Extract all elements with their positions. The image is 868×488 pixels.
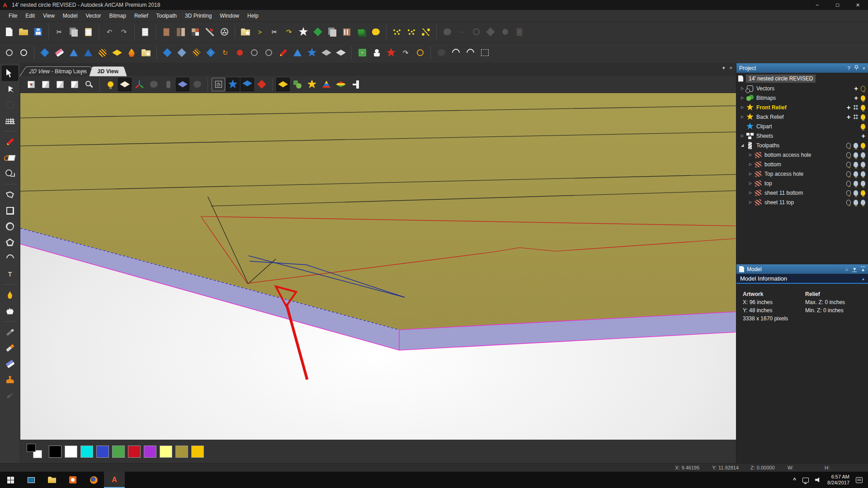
- cost-estimate[interactable]: [326, 26, 339, 38]
- shape-tools[interactable]: [291, 78, 304, 91]
- nesting-circles[interactable]: [391, 26, 403, 38]
- tree-item-bottom-access-hole[interactable]: ▷bottom access hole: [736, 150, 868, 160]
- texture-flower[interactable]: [297, 26, 310, 38]
- clock[interactable]: 6:57 AM 8/24/2017: [827, 474, 849, 486]
- close-panel-icon[interactable]: ×: [863, 66, 865, 71]
- office-app[interactable]: [62, 472, 83, 488]
- distort-grid[interactable]: [2, 113, 18, 128]
- network-icon[interactable]: [802, 478, 809, 483]
- swatch-4[interactable]: [112, 446, 125, 458]
- relief-layers[interactable]: [241, 78, 254, 91]
- tree-item-front-relief[interactable]: ▷Front Relief+++++: [736, 103, 868, 112]
- iso-view[interactable]: ▾: [25, 78, 38, 91]
- view-along-z[interactable]: [68, 78, 81, 91]
- 3d-view-canvas[interactable]: [20, 93, 736, 440]
- volume-icon[interactable]: [815, 477, 821, 483]
- menu-help[interactable]: Help: [243, 10, 263, 22]
- curve-arrow[interactable]: ↷: [399, 47, 412, 59]
- collapse-pane-icon[interactable]: ▾: [722, 65, 725, 71]
- add-icon[interactable]: +: [854, 85, 858, 92]
- menu-toolpath[interactable]: Toolpath: [152, 10, 181, 22]
- import-clipart[interactable]: [239, 26, 252, 38]
- artcam-app[interactable]: A: [104, 472, 125, 488]
- zoom-tool[interactable]: [83, 78, 95, 91]
- bulb-off-icon[interactable]: [861, 162, 865, 167]
- relief-texture[interactable]: [190, 47, 203, 59]
- model-information-bar[interactable]: Model Information ▴: [736, 274, 868, 284]
- node-graph[interactable]: [420, 26, 432, 38]
- expander-closed-icon[interactable]: ▷: [739, 105, 745, 109]
- expander-closed-icon[interactable]: ▷: [747, 162, 754, 166]
- view-along-x[interactable]: [39, 78, 52, 91]
- add-tile[interactable]: +: [356, 47, 368, 59]
- view-along-y[interactable]: [54, 78, 66, 91]
- bulb-outline-icon[interactable]: [846, 200, 851, 205]
- arc-tool[interactable]: [2, 251, 18, 265]
- relief-add[interactable]: [161, 47, 174, 59]
- text-tool[interactable]: T: [2, 267, 18, 281]
- bulb-on-icon[interactable]: [861, 124, 865, 129]
- spark-burst[interactable]: [385, 47, 397, 59]
- blue-star[interactable]: [306, 47, 318, 59]
- sculpt-mound[interactable]: [67, 47, 80, 59]
- relief-merge[interactable]: [175, 47, 188, 59]
- bulb-outline-icon[interactable]: [846, 171, 851, 177]
- relief-eraser[interactable]: [53, 47, 66, 59]
- menu-file[interactable]: File: [5, 10, 21, 22]
- light-slider[interactable]: [349, 78, 362, 91]
- erase-colour[interactable]: [2, 150, 18, 165]
- bulb-outline-icon[interactable]: [861, 86, 865, 91]
- add-icon[interactable]: +: [854, 94, 858, 101]
- chisel-tool[interactable]: [2, 341, 18, 355]
- swatch-6[interactable]: [144, 446, 156, 458]
- expander-closed-icon[interactable]: ▷: [739, 86, 745, 90]
- swatch-0[interactable]: [49, 446, 61, 458]
- firefox[interactable]: [83, 472, 104, 488]
- corner-tool[interactable]: [464, 47, 476, 59]
- relief-raise[interactable]: ↑: [204, 47, 217, 59]
- flood-fill[interactable]: [2, 288, 18, 302]
- bulb-off-icon[interactable]: [854, 200, 858, 205]
- bulb-on-icon[interactable]: [861, 190, 865, 196]
- simulate-toolpath[interactable]: ◷: [212, 78, 225, 91]
- menu-window[interactable]: Window: [216, 10, 243, 22]
- bulb-off-icon[interactable]: [861, 181, 865, 186]
- material-swatches[interactable]: [189, 26, 202, 38]
- pen-tool[interactable]: [277, 47, 289, 59]
- smooth-relief[interactable]: [38, 47, 51, 59]
- polyline-tool[interactable]: [2, 188, 18, 202]
- square-dashed[interactable]: [478, 47, 491, 59]
- bulb-off-icon[interactable]: [861, 152, 865, 158]
- redo[interactable]: ↷: [118, 26, 130, 38]
- tree-item-back-relief[interactable]: ▷Back Relief+++++: [736, 112, 868, 122]
- primary-colour[interactable]: [27, 444, 36, 452]
- swatch-2[interactable]: [80, 446, 93, 458]
- carve-tool[interactable]: [203, 26, 216, 38]
- vector-arrow[interactable]: >: [254, 26, 266, 38]
- cut[interactable]: ✂: [53, 26, 66, 38]
- colour-pyramid[interactable]: [320, 78, 333, 91]
- bulb-outline-icon[interactable]: [846, 143, 851, 148]
- expander-closed-icon[interactable]: ▷: [739, 115, 745, 119]
- tree-item-top[interactable]: ▷top: [736, 178, 868, 188]
- film-reel[interactable]: [218, 26, 231, 38]
- rotary-relief[interactable]: [311, 26, 324, 38]
- maximize-button[interactable]: □: [827, 0, 848, 10]
- arc-segment[interactable]: [449, 47, 462, 59]
- bulb-off-icon[interactable]: [854, 152, 858, 158]
- tree-item-bitmaps[interactable]: ▷Bitmaps+: [736, 93, 868, 103]
- minimize-button[interactable]: −: [807, 0, 827, 10]
- ellipse-tool[interactable]: [2, 219, 18, 234]
- add-multi-icon[interactable]: ++++: [853, 114, 858, 120]
- project-root-row[interactable]: 14' nested circle REVISED: [736, 73, 868, 84]
- fillet-curve[interactable]: ↷: [283, 26, 295, 38]
- close-button[interactable]: ×: [848, 0, 868, 10]
- scribe-tool[interactable]: [2, 325, 18, 339]
- new-file[interactable]: [3, 26, 15, 38]
- swatch-9[interactable]: [191, 446, 204, 458]
- action-center-icon[interactable]: [856, 477, 863, 483]
- ring-a[interactable]: [248, 47, 260, 59]
- bulb-on-icon[interactable]: [861, 114, 865, 120]
- tree-item-clipart[interactable]: Clipart: [736, 122, 868, 131]
- expander-closed-icon[interactable]: ▷: [747, 181, 754, 185]
